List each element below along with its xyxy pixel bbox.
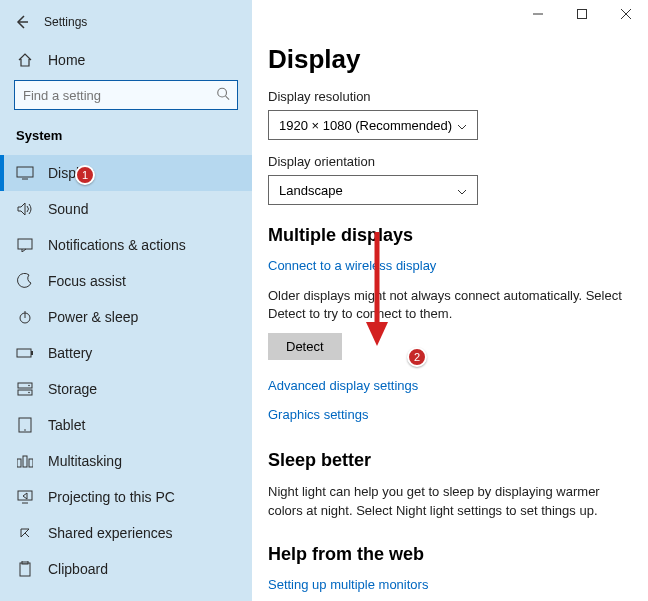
resolution-value: 1920 × 1080 (Recommended) (279, 118, 452, 133)
sidebar-item-label: Sound (48, 201, 88, 217)
sidebar-item-label: Projecting to this PC (48, 489, 175, 505)
sidebar-item-storage[interactable]: Storage (0, 371, 252, 407)
sidebar-item-notifications[interactable]: Notifications & actions (0, 227, 252, 263)
nav-list: Display Sound Notifications & actions Fo… (0, 155, 252, 587)
tablet-icon (16, 417, 34, 433)
sidebar: Settings Home System Display Sound Notif… (0, 0, 252, 601)
older-displays-text: Older displays might not always connect … (268, 287, 628, 323)
sidebar-item-projecting[interactable]: Projecting to this PC (0, 479, 252, 515)
sidebar-item-label: Clipboard (48, 561, 108, 577)
multitasking-icon (16, 454, 34, 468)
focus-icon (16, 273, 34, 289)
sidebar-item-label: Multitasking (48, 453, 122, 469)
sleep-better-header: Sleep better (268, 450, 632, 471)
minimize-button[interactable] (516, 0, 560, 28)
app-title: Settings (36, 15, 87, 29)
sidebar-item-multitasking[interactable]: Multitasking (0, 443, 252, 479)
sidebar-item-label: Focus assist (48, 273, 126, 289)
power-icon (16, 309, 34, 325)
svg-rect-11 (18, 390, 32, 395)
svg-rect-8 (17, 349, 31, 357)
help-web-header: Help from the web (268, 544, 632, 565)
sidebar-item-label: Shared experiences (48, 525, 173, 541)
resolution-label: Display resolution (268, 89, 632, 104)
window-controls (516, 0, 648, 28)
svg-rect-5 (18, 239, 32, 249)
svg-rect-17 (23, 456, 27, 467)
advanced-display-link[interactable]: Advanced display settings (268, 378, 632, 393)
sidebar-item-clipboard[interactable]: Clipboard (0, 551, 252, 587)
sidebar-item-label: Storage (48, 381, 97, 397)
sidebar-item-label: Battery (48, 345, 92, 361)
sidebar-item-power[interactable]: Power & sleep (0, 299, 252, 335)
home-label: Home (48, 52, 85, 68)
resolution-select[interactable]: 1920 × 1080 (Recommended) (268, 110, 478, 140)
svg-rect-18 (29, 459, 33, 467)
sidebar-item-display[interactable]: Display (0, 155, 252, 191)
chevron-down-icon (457, 118, 467, 133)
svg-point-12 (28, 385, 30, 387)
sidebar-item-focus[interactable]: Focus assist (0, 263, 252, 299)
sidebar-item-label: Tablet (48, 417, 85, 433)
svg-rect-21 (20, 563, 30, 576)
svg-point-13 (28, 392, 30, 394)
sound-icon (16, 202, 34, 216)
battery-icon (16, 347, 34, 359)
sidebar-item-label: Notifications & actions (48, 237, 186, 253)
sidebar-item-tablet[interactable]: Tablet (0, 407, 252, 443)
sleep-better-text: Night light can help you get to sleep by… (268, 483, 628, 519)
detect-button[interactable]: Detect (268, 333, 342, 360)
minimize-icon (533, 9, 543, 19)
connect-wireless-link[interactable]: Connect to a wireless display (268, 258, 632, 273)
sidebar-item-label: Power & sleep (48, 309, 138, 325)
svg-rect-9 (31, 351, 33, 355)
arrow-left-icon (14, 14, 30, 30)
svg-marker-28 (366, 322, 388, 346)
graphics-settings-link[interactable]: Graphics settings (268, 407, 632, 422)
sidebar-item-shared[interactable]: Shared experiences (0, 515, 252, 551)
main-content: Display Display resolution 1920 × 1080 (… (252, 0, 648, 601)
page-title: Display (268, 44, 632, 75)
projecting-icon (16, 490, 34, 504)
annotation-badge-1: 1 (75, 165, 95, 185)
search-input[interactable] (14, 80, 238, 110)
svg-rect-10 (18, 383, 32, 388)
orientation-label: Display orientation (268, 154, 632, 169)
orientation-value: Landscape (279, 183, 343, 198)
svg-rect-16 (17, 459, 21, 467)
category-header: System (0, 124, 252, 155)
clipboard-icon (16, 561, 34, 577)
notifications-icon (16, 238, 34, 252)
multiple-displays-header: Multiple displays (268, 225, 632, 246)
close-button[interactable] (604, 0, 648, 28)
home-icon (16, 52, 34, 68)
sidebar-item-sound[interactable]: Sound (0, 191, 252, 227)
sidebar-item-battery[interactable]: Battery (0, 335, 252, 371)
shared-icon (16, 525, 34, 541)
svg-rect-19 (18, 491, 32, 500)
titlebar: Settings (0, 6, 252, 46)
maximize-button[interactable] (560, 0, 604, 28)
home-nav[interactable]: Home (0, 46, 252, 80)
annotation-badge-2: 2 (407, 347, 427, 367)
svg-rect-3 (17, 167, 33, 177)
chevron-down-icon (457, 183, 467, 198)
close-icon (621, 9, 631, 19)
svg-point-15 (24, 429, 26, 431)
storage-icon (16, 382, 34, 396)
search-wrap (14, 80, 238, 110)
svg-rect-24 (578, 10, 587, 19)
display-icon (16, 166, 34, 180)
back-button[interactable] (8, 8, 36, 36)
orientation-select[interactable]: Landscape (268, 175, 478, 205)
maximize-icon (577, 9, 587, 19)
help-multiple-monitors-link[interactable]: Setting up multiple monitors (268, 577, 632, 592)
